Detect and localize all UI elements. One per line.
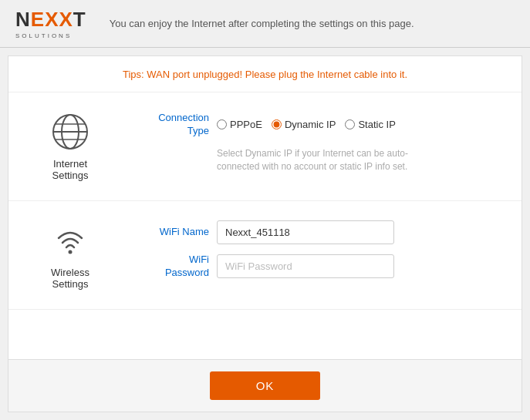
wireless-icon-area: Wireless Settings xyxy=(32,220,109,290)
radio-option-static-ip[interactable]: Static IP xyxy=(345,119,395,130)
tips-text: Tips: WAN port unplugged! Please plug th… xyxy=(123,69,407,80)
radio-pppoe[interactable] xyxy=(217,119,227,129)
radio-dynamic-ip[interactable] xyxy=(272,119,282,129)
tips-bar: Tips: WAN port unplugged! Please plug th… xyxy=(8,56,522,92)
main-content: Tips: WAN port unplugged! Please plug th… xyxy=(8,55,522,412)
header: NEXXT SOLUTIONS You can enjoy the Intern… xyxy=(0,0,530,48)
logo-text: NEXXT xyxy=(15,8,86,32)
logo-solutions: SOLUTIONS xyxy=(15,32,72,39)
internet-settings-label: Internet Settings xyxy=(52,158,89,181)
wifi-name-row: WiFi Name xyxy=(124,220,498,244)
connection-type-radio-group: PPPoE Dynamic IP Static IP xyxy=(217,119,396,130)
wifi-password-label: WiFiPassword xyxy=(124,254,209,280)
radio-dynamic-ip-label: Dynamic IP xyxy=(285,119,336,130)
radio-option-pppoe[interactable]: PPPoE xyxy=(217,119,262,130)
radio-static-ip-label: Static IP xyxy=(358,119,395,130)
wifi-password-input[interactable] xyxy=(217,254,394,278)
globe-icon xyxy=(50,112,90,152)
app-container: NEXXT SOLUTIONS You can enjoy the Intern… xyxy=(0,0,530,420)
sections-area: Internet Settings ConnectionType PPPoE xyxy=(8,92,522,359)
logo: NEXXT SOLUTIONS xyxy=(15,8,86,39)
wifi-svg xyxy=(51,221,89,260)
radio-pppoe-label: PPPoE xyxy=(230,119,262,130)
wireless-settings-section: Wireless Settings WiFi Name WiFiPassword xyxy=(8,201,522,310)
internet-settings-section: Internet Settings ConnectionType PPPoE xyxy=(8,92,522,201)
wifi-icon xyxy=(50,220,90,260)
wifi-name-label: WiFi Name xyxy=(124,226,209,239)
wifi-password-row: WiFiPassword xyxy=(124,254,498,280)
radio-option-dynamic-ip[interactable]: Dynamic IP xyxy=(272,119,336,130)
connection-type-row: ConnectionType PPPoE Dynamic IP xyxy=(124,112,498,138)
footer: OK xyxy=(8,359,522,412)
radio-static-ip[interactable] xyxy=(345,119,355,129)
internet-settings-fields: ConnectionType PPPoE Dynamic IP xyxy=(124,112,498,173)
ok-button[interactable]: OK xyxy=(210,371,321,400)
header-description: You can enjoy the Internet after complet… xyxy=(110,18,414,29)
wireless-settings-label: Wireless Settings xyxy=(51,267,89,290)
svg-point-5 xyxy=(69,250,73,254)
wifi-name-input[interactable] xyxy=(217,220,394,244)
connection-type-label: ConnectionType xyxy=(124,112,209,138)
wireless-settings-fields: WiFi Name WiFiPassword xyxy=(124,220,498,280)
internet-icon-area: Internet Settings xyxy=(32,112,109,181)
dynamic-ip-hint: Select Dynamic IP if your Internet can b… xyxy=(217,147,433,173)
